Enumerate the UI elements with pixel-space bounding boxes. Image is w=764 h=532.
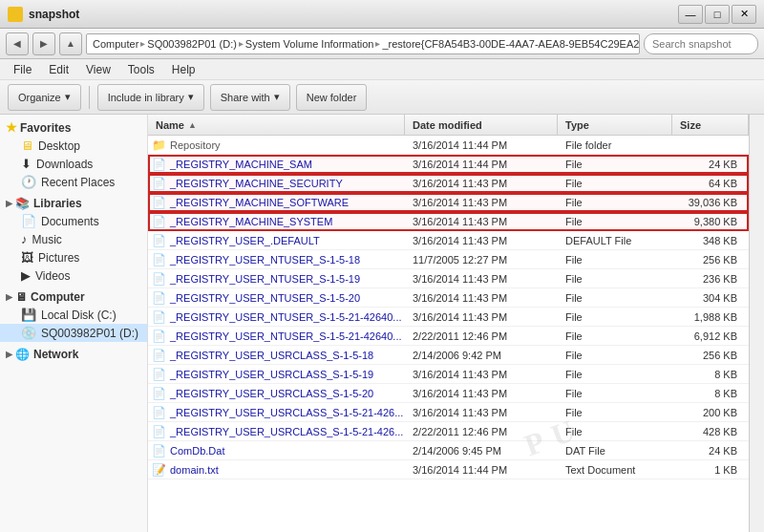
main-container: ★ Favorites 🖥 Desktop ⬇ Downloads 🕐 Rece… bbox=[0, 115, 764, 532]
file-size: 39,036 KB bbox=[672, 197, 749, 208]
new-folder-button[interactable]: New folder bbox=[296, 84, 368, 111]
file-type: File bbox=[558, 292, 672, 304]
file-date: 3/16/2014 11:43 PM bbox=[405, 216, 558, 227]
back-button[interactable]: ◀ bbox=[6, 32, 29, 55]
file-date: 3/16/2014 11:44 PM bbox=[405, 139, 558, 151]
share-label: Share with bbox=[221, 92, 270, 103]
file-name: _REGISTRY_USER_NTUSER_S-1-5-19 bbox=[170, 273, 360, 285]
table-row[interactable]: 📄 _REGISTRY_USER_NTUSER_S-1-5-21-42640..… bbox=[148, 327, 749, 346]
close-button[interactable]: ✕ bbox=[732, 5, 756, 24]
table-row[interactable]: 📄 _REGISTRY_USER_USRCLASS_S-1-5-19 3/16/… bbox=[148, 365, 749, 384]
file-date: 3/16/2014 11:44 PM bbox=[405, 159, 558, 170]
col-header-size[interactable]: Size bbox=[672, 115, 749, 135]
address-bar: ◀ ▶ ▲ Computer ▸ SQ003982P01 (D:) ▸ Syst… bbox=[0, 29, 764, 59]
col-header-name[interactable]: Name ▲ bbox=[148, 115, 405, 135]
table-row[interactable]: 📄 _REGISTRY_MACHINE_SECURITY 3/16/2014 1… bbox=[148, 174, 749, 193]
sidebar-network-header[interactable]: ▶ 🌐 Network bbox=[0, 346, 147, 363]
file-name: Repository bbox=[170, 139, 221, 151]
scrollbar[interactable] bbox=[749, 115, 764, 532]
table-row[interactable]: 📄 _REGISTRY_USER_.DEFAULT 3/16/2014 11:4… bbox=[148, 231, 749, 250]
sidebar-favorites-header[interactable]: ★ Favorites bbox=[0, 118, 147, 137]
file-size: 428 KB bbox=[672, 426, 749, 437]
minimize-button[interactable]: — bbox=[678, 5, 703, 24]
forward-button[interactable]: ▶ bbox=[32, 32, 55, 55]
file-size: 200 KB bbox=[672, 407, 749, 418]
table-row[interactable]: 📄 _REGISTRY_USER_NTUSER_S-1-5-20 3/16/20… bbox=[148, 288, 749, 308]
file-type: File bbox=[558, 426, 672, 437]
new-folder-label: New folder bbox=[307, 92, 357, 103]
table-row[interactable]: 📁 Repository 3/16/2014 11:44 PM File fol… bbox=[148, 136, 749, 155]
address-path[interactable]: Computer ▸ SQ003982P01 (D:) ▸ System Vol… bbox=[86, 33, 640, 54]
file-date: 2/22/2011 12:46 PM bbox=[405, 330, 558, 342]
sidebar-item-downloads[interactable]: ⬇ Downloads bbox=[0, 155, 147, 173]
table-row[interactable]: 📄 _REGISTRY_USER_NTUSER_S-1-5-19 3/16/20… bbox=[148, 269, 749, 288]
file-size: 348 KB bbox=[672, 235, 749, 246]
file-size: 24 KB bbox=[672, 445, 749, 457]
table-row[interactable]: 📄 _REGISTRY_USER_USRCLASS_S-1-5-18 2/14/… bbox=[148, 346, 749, 365]
sidebar-item-recent-places[interactable]: 🕐 Recent Places bbox=[0, 173, 147, 191]
file-date: 3/16/2014 11:43 PM bbox=[405, 178, 558, 189]
table-row[interactable]: 📄 _REGISTRY_USER_NTUSER_S-1-5-21-42640..… bbox=[148, 308, 749, 327]
col-header-type[interactable]: Type bbox=[558, 115, 672, 135]
downloads-label: Downloads bbox=[36, 158, 93, 171]
file-size: 236 KB bbox=[672, 273, 749, 285]
sidebar-item-videos[interactable]: ▶ Videos bbox=[0, 266, 147, 285]
sidebar-item-pictures[interactable]: 🖼 Pictures bbox=[0, 248, 147, 266]
toolbar-separator-1 bbox=[89, 86, 90, 109]
file-date: 3/16/2014 11:43 PM bbox=[405, 311, 558, 323]
path-sysvolinfo: System Volume Information bbox=[245, 38, 374, 50]
table-row[interactable]: 📄 ComDb.Dat 2/14/2006 9:45 PM DAT File 2… bbox=[148, 441, 749, 460]
sidebar-item-music[interactable]: ♪ Music bbox=[0, 230, 147, 248]
sidebar-item-sq-drive[interactable]: 💿 SQ003982P01 (D:) bbox=[0, 324, 147, 342]
menu-help[interactable]: Help bbox=[164, 61, 203, 78]
sidebar-item-desktop[interactable]: 🖥 Desktop bbox=[0, 137, 147, 155]
file-name-cell: 📄 _REGISTRY_USER_USRCLASS_S-1-5-21-426..… bbox=[148, 425, 405, 438]
table-row[interactable]: 📄 _REGISTRY_MACHINE_SAM 3/16/2014 11:44 … bbox=[148, 155, 749, 174]
menu-view[interactable]: View bbox=[78, 61, 118, 78]
file-icon: 📄 bbox=[152, 310, 166, 324]
sidebar-item-local-disk[interactable]: 💾 Local Disk (C:) bbox=[0, 306, 147, 324]
include-arrow: ▾ bbox=[188, 91, 194, 103]
file-type: File bbox=[558, 369, 672, 380]
file-type: File bbox=[558, 388, 672, 399]
table-row[interactable]: 📄 _REGISTRY_MACHINE_SYSTEM 3/16/2014 11:… bbox=[148, 212, 749, 231]
menu-edit[interactable]: Edit bbox=[41, 61, 76, 78]
file-type: File bbox=[558, 407, 672, 418]
table-row[interactable]: 📄 _REGISTRY_USER_USRCLASS_S-1-5-21-426..… bbox=[148, 403, 749, 422]
menu-tools[interactable]: Tools bbox=[120, 61, 162, 78]
menu-file[interactable]: File bbox=[6, 61, 39, 78]
table-row[interactable]: 📄 _REGISTRY_USER_USRCLASS_S-1-5-20 3/16/… bbox=[148, 384, 749, 403]
table-row[interactable]: 📝 domain.txt 3/16/2014 11:44 PM Text Doc… bbox=[148, 460, 749, 479]
sidebar-item-documents[interactable]: 📄 Documents bbox=[0, 212, 147, 230]
file-date: 2/22/2011 12:46 PM bbox=[405, 426, 558, 437]
file-type: File bbox=[558, 350, 672, 361]
file-name: ComDb.Dat bbox=[170, 445, 224, 457]
file-icon: 📄 bbox=[152, 444, 166, 458]
up-button[interactable]: ▲ bbox=[59, 32, 82, 55]
sidebar-computer-header[interactable]: ▶ 🖥 Computer bbox=[0, 288, 147, 306]
computer-icon: 🖥 bbox=[15, 290, 27, 304]
table-row[interactable]: 📄 _REGISTRY_USER_USRCLASS_S-1-5-21-426..… bbox=[148, 422, 749, 441]
sidebar-network-section: ▶ 🌐 Network bbox=[0, 346, 147, 363]
share-with-button[interactable]: Share with ▾ bbox=[210, 84, 290, 111]
col-header-date[interactable]: Date modified bbox=[405, 115, 558, 135]
include-library-button[interactable]: Include in library ▾ bbox=[97, 84, 204, 111]
sq-drive-label: SQ003982P01 (D:) bbox=[41, 327, 138, 340]
organize-button[interactable]: Organize ▾ bbox=[8, 84, 81, 111]
column-headers: Name ▲ Date modified Type Size bbox=[148, 115, 749, 136]
window-controls: — □ ✕ bbox=[678, 5, 756, 24]
documents-label: Documents bbox=[41, 215, 99, 228]
table-row[interactable]: 📄 _REGISTRY_MACHINE_SOFTWARE 3/16/2014 1… bbox=[148, 193, 749, 212]
sidebar-libraries-header[interactable]: ▶ 📚 Libraries bbox=[0, 195, 147, 212]
file-size: 6,912 KB bbox=[672, 330, 749, 342]
file-icon: 📄 bbox=[152, 349, 166, 362]
file-size: 1 KB bbox=[672, 464, 749, 476]
table-row[interactable]: 📄 _REGISTRY_USER_NTUSER_S-1-5-18 11/7/20… bbox=[148, 250, 749, 269]
maximize-button[interactable]: □ bbox=[705, 5, 730, 24]
file-date: 3/16/2014 11:43 PM bbox=[405, 197, 558, 208]
file-size: 1,988 KB bbox=[672, 311, 749, 323]
file-name-cell: 📄 _REGISTRY_USER_USRCLASS_S-1-5-18 bbox=[148, 349, 405, 362]
search-input[interactable] bbox=[644, 33, 758, 54]
file-name-cell: 📄 _REGISTRY_USER_NTUSER_S-1-5-21-42640..… bbox=[148, 310, 405, 324]
file-name-cell: 📄 _REGISTRY_USER_USRCLASS_S-1-5-20 bbox=[148, 387, 405, 400]
